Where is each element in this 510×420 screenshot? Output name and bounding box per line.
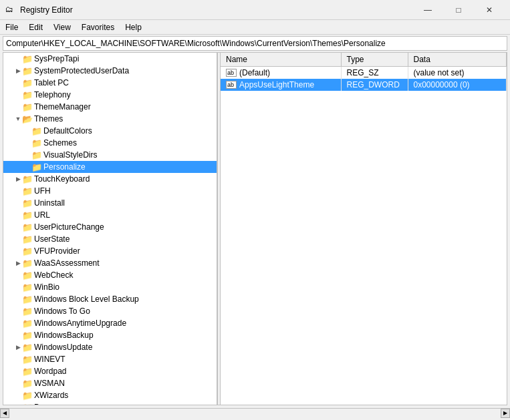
tree-item[interactable]: 📁 VisualStyleDirs — [3, 149, 217, 161]
menu-edit[interactable]: Edit — [23, 21, 48, 33]
scroll-left-button[interactable]: ◀ — [0, 409, 9, 418]
tree-item[interactable]: 📁 UFH — [3, 185, 217, 197]
tree-item[interactable]: ▶ 📁 TouchKeyboard — [3, 173, 217, 185]
tree-item-label: UserState — [34, 234, 70, 244]
scroll-right-button[interactable]: ▶ — [501, 409, 510, 418]
tree-item[interactable]: 📁 WSMAN — [3, 377, 217, 389]
tree-item[interactable]: 📁 Windows Block Level Backup — [3, 293, 217, 305]
folder-icon: 📁 — [22, 54, 33, 64]
tree-item[interactable]: 📁 Telephony — [3, 89, 217, 101]
folder-icon: 📁 — [22, 270, 33, 280]
tree-item-label: SystemProtectedUserData — [34, 66, 129, 75]
tree-item[interactable]: ▶ 📁 SystemProtectedUserData — [3, 65, 217, 77]
expand-arrow[interactable]: ▶ — [14, 67, 22, 74]
reg-type-cell: REG_SZ — [341, 66, 408, 79]
tree-item[interactable]: 📁 WINEVT — [3, 353, 217, 365]
folder-icon: 📁 — [22, 355, 33, 365]
folder-icon: 📁 — [22, 222, 33, 232]
folder-icon: 📁 — [22, 379, 33, 389]
folder-icon: 📁 — [31, 138, 42, 148]
tree-item[interactable]: 📁 WebCheck — [3, 269, 217, 281]
tree-item-label: ThemeManager — [34, 102, 91, 112]
col-type: Type — [341, 53, 408, 66]
tree-item[interactable]: ▶ 📁 Dwm — [3, 401, 217, 405]
reg-name-cell: ab AppsUseLightTheme — [221, 79, 341, 91]
tree-item-label: Wordpad — [34, 367, 66, 376]
registry-row[interactable]: ab AppsUseLightTheme REG_DWORD 0x0000000… — [221, 79, 507, 91]
address-path: Computer\HKEY_LOCAL_MACHINE\SOFTWARE\Mic… — [6, 39, 386, 48]
tree-item-label: XWizards — [34, 391, 68, 400]
tree-item[interactable]: 📁 WinBio — [3, 281, 217, 293]
tree-scroll-area[interactable]: 📁 SysPrepTapi ▶ 📁 SystemProtectedUserDat… — [3, 53, 217, 405]
menu-help[interactable]: Help — [120, 21, 147, 33]
col-name: Name — [221, 53, 341, 66]
tree-item-label: WaaSAssessment — [34, 258, 100, 268]
tree-item[interactable]: 📁 VFUProvider — [3, 245, 217, 257]
expand-arrow[interactable]: ▶ — [14, 404, 22, 405]
tree-item[interactable]: 📁 Tablet PC — [3, 77, 217, 89]
tree-item-label: WindowsUpdate — [34, 343, 92, 352]
tree-item-label: DefaultColors — [43, 126, 92, 136]
tree-item-label: Dwm — [34, 403, 52, 405]
tree-item[interactable]: 📁 SysPrepTapi — [3, 53, 217, 65]
folder-icon: 📂 — [22, 114, 33, 124]
expand-arrow[interactable]: ▶ — [14, 260, 22, 266]
title-bar-left: 🗂 Registry Editor — [5, 5, 73, 15]
folder-icon: 📁 — [22, 210, 33, 220]
tree-item[interactable]: ▶ 📁 WindowsUpdate — [3, 341, 217, 353]
tree-item-label: SysPrepTapi — [34, 54, 79, 63]
maximize-button[interactable]: □ — [443, 3, 474, 17]
reg-name-cell: ab (Default) — [221, 66, 341, 79]
folder-icon: 📁 — [22, 90, 33, 100]
reg-data-cell: 0x00000000 (0) — [408, 79, 507, 91]
folder-icon: 📁 — [22, 78, 33, 88]
folder-icon: 📁 — [22, 294, 33, 304]
tree-item-label: WindowsBackup — [34, 331, 94, 340]
registry-row[interactable]: ab (Default) REG_SZ (value not set) — [221, 66, 507, 79]
tree-item-label: Uninstall — [34, 198, 65, 208]
folder-icon: 📁 — [31, 126, 42, 136]
folder-icon: 📁 — [22, 102, 33, 112]
tree-item[interactable]: 📁 XWizards — [3, 389, 217, 401]
close-button[interactable]: ✕ — [474, 3, 505, 17]
main-content: 📁 SysPrepTapi ▶ 📁 SystemProtectedUserDat… — [3, 52, 507, 405]
tree-item[interactable]: 📁 DefaultColors — [3, 125, 217, 137]
menu-view[interactable]: View — [48, 21, 76, 33]
folder-icon: 📁 — [31, 150, 42, 160]
right-panel: Name Type Data ab (Default) REG_SZ (valu… — [221, 53, 507, 405]
scroll-track[interactable] — [9, 409, 501, 417]
tree-item[interactable]: 📁 Uninstall — [3, 197, 217, 209]
reg-name-label: (Default) — [239, 68, 270, 77]
tree-item[interactable]: 📁 WindowsBackup — [3, 329, 217, 341]
menu-file[interactable]: File — [0, 21, 23, 33]
bottom-scrollbar[interactable]: ◀ ▶ — [0, 408, 510, 417]
tree-item-label: WSMAN — [34, 379, 65, 388]
tree-item[interactable]: 📁 UserState — [3, 233, 217, 245]
reg-name-label: AppsUseLightTheme — [239, 80, 314, 89]
folder-icon: 📁 — [22, 198, 33, 208]
tree-item[interactable]: 📁 UserPictureChange — [3, 221, 217, 233]
expand-arrow[interactable]: ▶ — [14, 344, 22, 351]
menu-favorites[interactable]: Favorites — [76, 21, 120, 33]
tree-item[interactable]: 📁 URL — [3, 209, 217, 221]
tree-item[interactable]: 📁 Windows To Go — [3, 305, 217, 317]
folder-icon: 📁 — [31, 162, 42, 172]
tree-item-label: Tablet PC — [34, 78, 69, 87]
minimize-button[interactable]: — — [412, 3, 443, 17]
tree-item[interactable]: ▶ 📁 WaaSAssessment — [3, 257, 217, 269]
tree-item[interactable]: 📁 Wordpad — [3, 365, 217, 377]
expand-arrow[interactable]: ▶ — [14, 176, 22, 182]
tree-item[interactable]: ▼ 📂 Themes — [3, 113, 217, 125]
tree-item-label: TouchKeyboard — [34, 174, 90, 184]
expand-arrow[interactable]: ▼ — [14, 116, 22, 122]
folder-icon: 📁 — [22, 234, 33, 244]
window-title: Registry Editor — [20, 5, 73, 15]
tree-item[interactable]: 📁 Personalize — [3, 161, 217, 173]
tree-item-label: Telephony — [34, 90, 71, 99]
tree-item[interactable]: 📁 WindowsAnytimeUpgrade — [3, 317, 217, 329]
folder-icon: 📁 — [22, 319, 33, 329]
col-data: Data — [408, 53, 507, 66]
tree-item[interactable]: 📁 ThemeManager — [3, 101, 217, 113]
tree-item[interactable]: 📁 Schemes — [3, 137, 217, 149]
tree-item-label: VisualStyleDirs — [43, 150, 97, 160]
